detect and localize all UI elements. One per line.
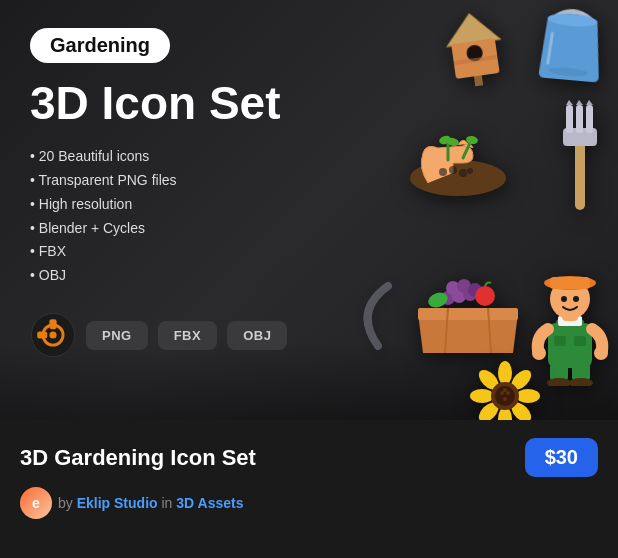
svg-rect-3 [37,331,47,338]
svg-point-56 [516,389,540,403]
product-title: 3D Gardening Icon Set [20,445,256,471]
svg-rect-21 [575,140,585,210]
author-bar: e by Eklip Studio in 3D Assets [0,477,618,519]
svg-point-40 [532,346,546,360]
svg-point-65 [506,391,510,395]
feature-item: OBJ [30,264,287,288]
svg-point-17 [439,168,447,176]
svg-point-19 [459,169,467,177]
svg-point-35 [475,286,495,306]
format-badges: PNG FBX OBJ [30,312,287,358]
birdhouse-icon [432,3,519,108]
svg-point-54 [498,361,512,385]
decorative-icons [318,0,618,420]
product-card: Gardening 3D Icon Set 20 Beautiful icons… [0,0,618,558]
svg-rect-49 [574,336,586,346]
author-by-text: by Eklip Studio in 3D Assets [58,495,243,511]
svg-point-47 [573,296,579,302]
feature-item: Transparent PNG files [30,169,287,193]
feature-item: FBX [30,240,287,264]
format-obj-badge: OBJ [227,321,287,350]
svg-rect-2 [49,319,56,329]
svg-rect-24 [576,105,583,133]
hero-content: Gardening 3D Icon Set 20 Beautiful icons… [30,28,287,358]
svg-point-66 [503,388,507,392]
svg-point-41 [594,346,608,360]
feature-item: 20 Beautiful icons [30,145,287,169]
feature-list: 20 Beautiful icons Transparent PNG files… [30,145,287,288]
garden-fork-icon [548,100,613,224]
format-png-badge: PNG [86,321,148,350]
farmer-character-icon [528,271,613,390]
svg-point-1 [49,331,56,338]
author-category-link[interactable]: 3D Assets [176,495,243,511]
arc-decoration-icon [308,266,398,360]
blender-icon [30,312,76,358]
svg-rect-7 [474,75,483,86]
svg-point-18 [449,166,457,174]
svg-point-60 [470,389,494,403]
svg-point-64 [500,391,504,395]
feature-item: Blender + Cycles [30,217,287,241]
svg-rect-45 [550,277,590,289]
seedling-icon [398,118,518,212]
format-fbx-badge: FBX [158,321,218,350]
author-name-link[interactable]: Eklip Studio [77,495,158,511]
sunflower-icon [470,361,540,420]
svg-rect-25 [586,105,593,133]
bucket-icon [529,0,612,103]
feature-item: High resolution [30,193,287,217]
svg-point-67 [503,397,507,401]
svg-rect-23 [566,105,573,133]
produce-box-icon [413,268,523,362]
author-avatar: e [20,487,52,519]
svg-rect-26 [418,308,518,320]
price-badge: $30 [525,438,598,477]
hero-section: Gardening 3D Icon Set 20 Beautiful icons… [0,0,618,420]
info-bar: 3D Gardening Icon Set $30 [0,420,618,477]
svg-point-46 [561,296,567,302]
svg-rect-48 [554,336,566,346]
svg-point-20 [467,168,473,174]
category-badge: Gardening [30,28,170,63]
hero-title: 3D Icon Set [30,79,287,127]
